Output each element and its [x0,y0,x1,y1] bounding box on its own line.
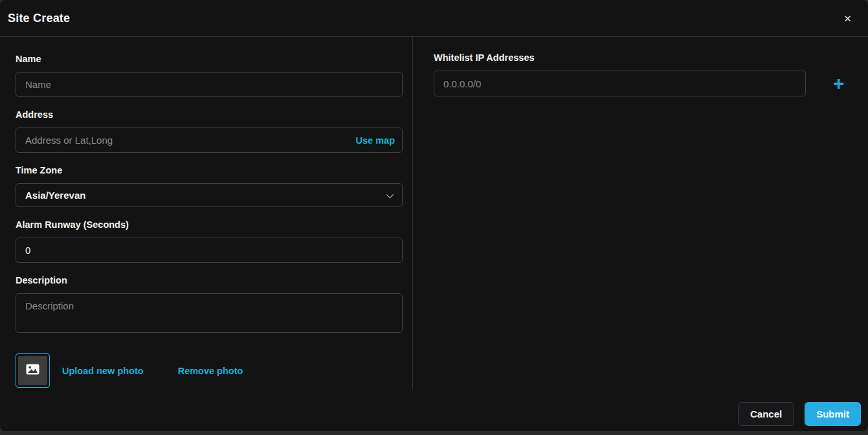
dialog-body: Name Address Use map Time Zone Asia/Yere… [0,37,868,389]
whitelist-field-group: Whitelist IP Addresses + [434,52,861,96]
address-label: Address [16,109,403,120]
address-field-group: Address Use map [16,109,403,153]
description-field-group: Description [16,275,403,335]
remove-photo-link[interactable]: Remove photo [178,366,243,376]
address-input[interactable] [16,128,403,153]
name-label: Name [16,54,403,64]
alarm-runway-input[interactable] [16,238,403,263]
alarm-runway-label: Alarm Runway (Seconds) [16,219,403,230]
photo-thumbnail [18,356,47,385]
name-input[interactable] [16,72,403,97]
whitelist-ip-row: + [434,71,861,96]
close-icon[interactable]: × [839,10,856,27]
photo-thumbnail-button[interactable] [16,353,50,388]
dialog-title: Site Create [8,12,70,25]
timezone-field-group: Time Zone Asia/Yerevan [16,165,403,207]
alarm-runway-field-group: Alarm Runway (Seconds) [16,219,403,263]
timezone-selected-value: Asia/Yerevan [25,190,85,201]
name-field-group: Name [16,54,403,97]
submit-button[interactable]: Submit [805,402,861,426]
add-ip-icon[interactable]: + [829,74,849,93]
address-input-wrap: Use map [16,128,403,153]
cancel-button[interactable]: Cancel [738,402,794,426]
description-label: Description [16,275,403,285]
dialog-header: Site Create × [0,0,868,37]
upload-new-photo-link[interactable]: Upload new photo [62,366,144,376]
description-textarea[interactable] [16,293,403,333]
timezone-select[interactable]: Asia/Yerevan [16,183,403,207]
whitelist-ip-label: Whitelist IP Addresses [434,52,861,63]
left-column: Name Address Use map Time Zone Asia/Yere… [0,37,413,389]
whitelist-ip-input[interactable] [434,71,806,96]
photo-row: Upload new photo Remove photo [16,353,403,388]
timezone-label: Time Zone [16,165,403,175]
dialog-footer: Cancel Submit [0,389,868,426]
image-icon [26,364,39,377]
chevron-down-icon [386,190,394,197]
use-map-link[interactable]: Use map [356,135,395,146]
right-column: Whitelist IP Addresses + [413,37,868,389]
site-create-dialog: Site Create × Name Address Use map Time … [0,0,868,431]
